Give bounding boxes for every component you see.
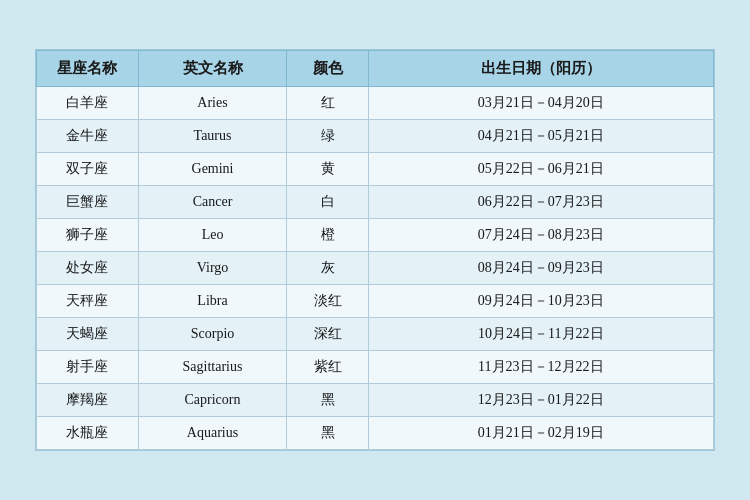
cell-english: Virgo: [138, 252, 287, 285]
cell-color: 深红: [287, 318, 368, 351]
cell-color: 黑: [287, 417, 368, 450]
cell-date: 11月23日－12月22日: [368, 351, 713, 384]
cell-english: Sagittarius: [138, 351, 287, 384]
table-row: 射手座Sagittarius紫红11月23日－12月22日: [37, 351, 714, 384]
cell-chinese: 金牛座: [37, 120, 139, 153]
cell-date: 04月21日－05月21日: [368, 120, 713, 153]
cell-color: 灰: [287, 252, 368, 285]
cell-chinese: 巨蟹座: [37, 186, 139, 219]
cell-color: 橙: [287, 219, 368, 252]
table-row: 双子座Gemini黄05月22日－06月21日: [37, 153, 714, 186]
cell-date: 08月24日－09月23日: [368, 252, 713, 285]
cell-color: 紫红: [287, 351, 368, 384]
header-date: 出生日期（阳历）: [368, 51, 713, 87]
cell-date: 12月23日－01月22日: [368, 384, 713, 417]
table-row: 天秤座Libra淡红09月24日－10月23日: [37, 285, 714, 318]
cell-date: 09月24日－10月23日: [368, 285, 713, 318]
table-row: 白羊座Aries红03月21日－04月20日: [37, 87, 714, 120]
cell-chinese: 水瓶座: [37, 417, 139, 450]
cell-english: Aquarius: [138, 417, 287, 450]
cell-english: Taurus: [138, 120, 287, 153]
cell-color: 黄: [287, 153, 368, 186]
cell-english: Aries: [138, 87, 287, 120]
cell-date: 07月24日－08月23日: [368, 219, 713, 252]
cell-english: Libra: [138, 285, 287, 318]
table-row: 巨蟹座Cancer白06月22日－07月23日: [37, 186, 714, 219]
cell-english: Cancer: [138, 186, 287, 219]
table-row: 金牛座Taurus绿04月21日－05月21日: [37, 120, 714, 153]
header-color: 颜色: [287, 51, 368, 87]
cell-color: 绿: [287, 120, 368, 153]
zodiac-table: 星座名称 英文名称 颜色 出生日期（阳历） 白羊座Aries红03月21日－04…: [36, 50, 714, 450]
cell-date: 05月22日－06月21日: [368, 153, 713, 186]
cell-date: 10月24日－11月22日: [368, 318, 713, 351]
table-row: 天蝎座Scorpio深红10月24日－11月22日: [37, 318, 714, 351]
cell-date: 03月21日－04月20日: [368, 87, 713, 120]
table-header-row: 星座名称 英文名称 颜色 出生日期（阳历）: [37, 51, 714, 87]
cell-chinese: 摩羯座: [37, 384, 139, 417]
cell-chinese: 白羊座: [37, 87, 139, 120]
table-row: 狮子座Leo橙07月24日－08月23日: [37, 219, 714, 252]
cell-date: 01月21日－02月19日: [368, 417, 713, 450]
cell-chinese: 双子座: [37, 153, 139, 186]
cell-english: Leo: [138, 219, 287, 252]
table-row: 处女座Virgo灰08月24日－09月23日: [37, 252, 714, 285]
cell-chinese: 天蝎座: [37, 318, 139, 351]
table-row: 水瓶座Aquarius黑01月21日－02月19日: [37, 417, 714, 450]
cell-color: 淡红: [287, 285, 368, 318]
cell-chinese: 射手座: [37, 351, 139, 384]
cell-date: 06月22日－07月23日: [368, 186, 713, 219]
cell-color: 红: [287, 87, 368, 120]
cell-color: 黑: [287, 384, 368, 417]
table-row: 摩羯座Capricorn黑12月23日－01月22日: [37, 384, 714, 417]
cell-chinese: 处女座: [37, 252, 139, 285]
cell-chinese: 狮子座: [37, 219, 139, 252]
header-english: 英文名称: [138, 51, 287, 87]
cell-english: Capricorn: [138, 384, 287, 417]
cell-english: Scorpio: [138, 318, 287, 351]
zodiac-table-container: 星座名称 英文名称 颜色 出生日期（阳历） 白羊座Aries红03月21日－04…: [35, 49, 715, 451]
cell-color: 白: [287, 186, 368, 219]
cell-english: Gemini: [138, 153, 287, 186]
header-chinese: 星座名称: [37, 51, 139, 87]
cell-chinese: 天秤座: [37, 285, 139, 318]
